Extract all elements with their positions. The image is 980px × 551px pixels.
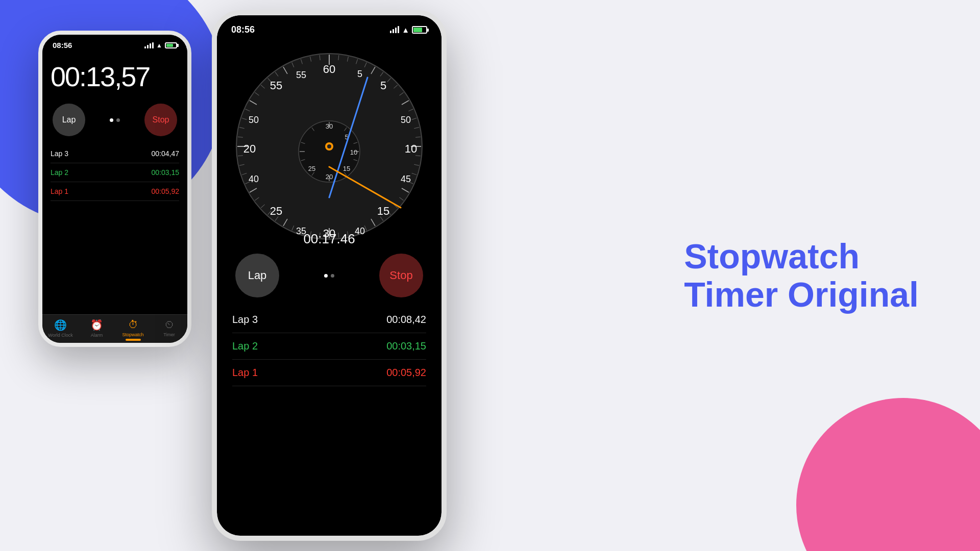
large-lap-button[interactable]: Lap [235, 254, 279, 297]
wifi-icon: ▲ [156, 42, 162, 49]
svg-text:50: 50 [401, 115, 411, 125]
svg-text:15: 15 [377, 205, 389, 217]
world-clock-icon: 🌐 [54, 319, 67, 331]
large-controls: Lap Stop [217, 248, 442, 303]
large-wifi-icon: ▲ [402, 26, 409, 34]
small-timer-display: 00:13,57 [42, 53, 187, 95]
tab-active-indicator [126, 339, 141, 341]
small-status-icons: ▲ [144, 42, 177, 49]
tab-stopwatch-label: Stopwatch [122, 332, 143, 337]
small-tab-bar: 🌐 World Clock ⏰ Alarm ⏱ Stopwatch ⏲ Time… [42, 314, 187, 343]
large-dot-1 [324, 274, 328, 278]
lap-2-time: 00:03,15 [152, 168, 180, 177]
svg-point-99 [327, 144, 331, 148]
small-status-time: 08:56 [53, 41, 72, 49]
signal-icon [144, 42, 154, 48]
title-stopwatch: Stopwatch [684, 237, 919, 276]
stopwatch-face-container: /* ticks generated below */ [217, 39, 442, 248]
lap-1-label: Lap 1 [51, 187, 68, 195]
tab-timer[interactable]: ⏲ Timer [151, 319, 187, 341]
large-lap-1-time: 00:05,92 [386, 367, 426, 379]
svg-text:60: 60 [323, 63, 335, 76]
svg-text:00:17,46: 00:17,46 [303, 231, 355, 243]
title-section: Stopwatch Timer Original [684, 237, 919, 314]
tab-world-clock[interactable]: 🌐 World Clock [42, 319, 79, 341]
large-lap-3-label: Lap 3 [232, 314, 258, 325]
large-page-dots [324, 274, 334, 278]
tab-alarm[interactable]: ⏰ Alarm [79, 319, 115, 341]
large-lap-2-time: 00:03,15 [386, 340, 426, 352]
svg-text:40: 40 [355, 226, 365, 236]
table-row: Lap 2 00:03,15 [51, 163, 179, 182]
tab-stopwatch[interactable]: ⏱ Stopwatch [115, 319, 151, 341]
small-stop-button[interactable]: Stop [144, 104, 177, 136]
svg-text:30: 30 [326, 122, 333, 130]
table-row: Lap 1 00:05,92 [232, 360, 426, 386]
stopwatch-icon: ⏱ [128, 319, 138, 331]
small-status-bar: 08:56 ▲ [42, 35, 187, 53]
small-controls: Lap Stop [42, 95, 187, 144]
table-row: Lap 2 00:03,15 [232, 333, 426, 360]
large-status-time: 08:56 [231, 24, 255, 35]
small-lap-list: Lap 3 00:04,47 Lap 2 00:03,15 Lap 1 00:0… [42, 144, 187, 314]
svg-text:5: 5 [357, 69, 362, 79]
svg-text:40: 40 [249, 174, 259, 184]
stopwatch-face-svg: /* ticks generated below */ [232, 49, 426, 243]
dot-2 [116, 118, 120, 122]
large-battery-icon [412, 26, 427, 34]
tab-timer-label: Timer [163, 332, 175, 337]
tab-world-clock-label: World Clock [48, 333, 72, 338]
svg-text:55: 55 [270, 79, 282, 92]
small-lap-button[interactable]: Lap [53, 104, 85, 136]
large-lap-3-time: 00:08,42 [386, 314, 426, 325]
svg-text:55: 55 [296, 70, 306, 80]
svg-text:25: 25 [308, 165, 315, 172]
table-row: Lap 3 00:04,47 [51, 144, 179, 163]
svg-text:25: 25 [270, 205, 282, 217]
table-row: Lap 3 00:08,42 [232, 307, 426, 333]
tab-alarm-label: Alarm [91, 333, 103, 338]
large-status-icons: ▲ [390, 26, 427, 34]
battery-icon [165, 42, 177, 48]
large-signal-icon [390, 27, 399, 33]
large-dot-2 [331, 274, 334, 278]
svg-text:10: 10 [350, 148, 357, 156]
lap-3-label: Lap 3 [51, 149, 68, 158]
svg-text:20: 20 [326, 173, 333, 181]
timer-icon: ⏲ [164, 319, 175, 331]
page-dots [110, 118, 120, 122]
small-phone: 08:56 ▲ 00:13,57 Lap [38, 31, 191, 347]
large-stop-button[interactable]: Stop [379, 254, 423, 297]
lap-1-time: 00:05,92 [152, 187, 180, 195]
svg-text:10: 10 [405, 142, 417, 155]
dot-1 [110, 118, 113, 122]
lap-3-time: 00:04,47 [152, 149, 180, 158]
bg-pink-shape [796, 398, 980, 551]
title-timer: Timer Original [684, 276, 919, 314]
table-row: Lap 1 00:05,92 [51, 182, 179, 201]
lap-2-label: Lap 2 [51, 168, 68, 177]
svg-text:50: 50 [249, 115, 259, 125]
svg-text:5: 5 [380, 79, 386, 92]
svg-text:15: 15 [343, 165, 350, 172]
large-lap-list: Lap 3 00:08,42 Lap 2 00:03,15 Lap 1 00:0… [217, 303, 442, 386]
large-lap-2-label: Lap 2 [232, 340, 258, 352]
large-phone: 08:56 ▲ [212, 10, 447, 541]
large-status-bar: 08:56 ▲ [217, 15, 442, 39]
svg-text:45: 45 [401, 174, 411, 184]
large-lap-1-label: Lap 1 [232, 367, 258, 379]
svg-text:20: 20 [243, 142, 256, 155]
alarm-icon: ⏰ [90, 319, 103, 331]
